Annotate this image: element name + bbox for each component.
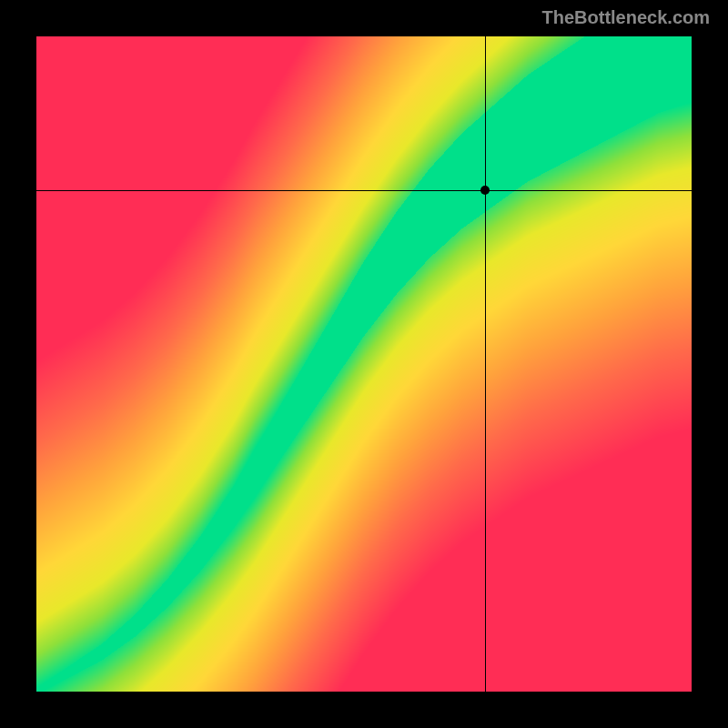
watermark-text: TheBottleneck.com bbox=[542, 7, 710, 28]
heatmap-canvas bbox=[36, 36, 692, 692]
plot-area bbox=[36, 36, 692, 692]
marker-dot bbox=[480, 186, 490, 195]
chart-container: TheBottleneck.com bbox=[0, 0, 728, 728]
crosshair-vertical bbox=[485, 36, 486, 692]
crosshair-horizontal bbox=[36, 190, 692, 191]
